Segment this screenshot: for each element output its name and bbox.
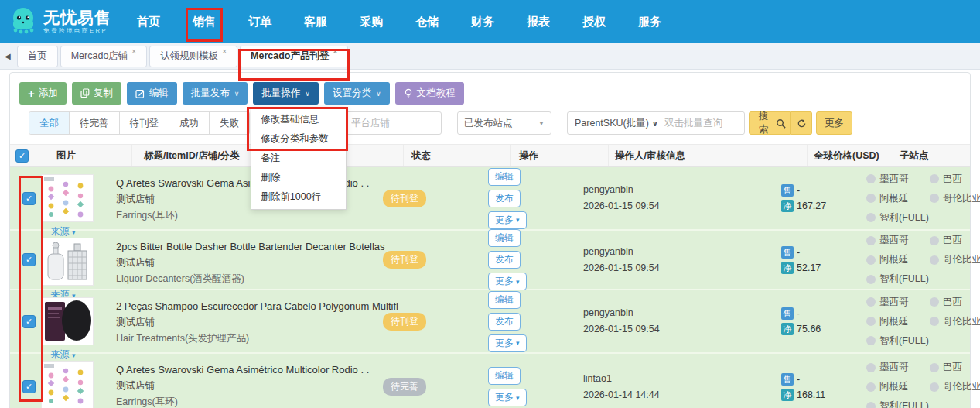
col-header-operator: 操作人/审核信息 [608, 145, 807, 166]
published-site-select[interactable]: 已发布站点 ▼ [457, 111, 551, 135]
subsite-option[interactable]: 智利(FULL) [866, 273, 930, 286]
row-checkbox[interactable] [22, 192, 36, 205]
edit-button-toolbar[interactable]: 编辑 [127, 82, 177, 105]
publish-button[interactable]: 发布 [488, 313, 521, 331]
operator-name: pengyanbin [583, 244, 775, 260]
product-title[interactable]: 2 Peças Shampoo Escurecedor Para Cabelo … [116, 298, 375, 314]
sale-price: 售- [781, 184, 857, 197]
status-badge: 待刊登 [383, 251, 426, 269]
nav-item-orders[interactable]: 订单 [232, 0, 288, 43]
copy-button[interactable]: 复制 [72, 82, 121, 105]
close-tab-icon[interactable]: × [333, 47, 337, 56]
sku-search-input[interactable] [661, 114, 744, 132]
more-button[interactable]: 更多▾ [488, 273, 527, 290]
product-image[interactable] [41, 297, 94, 345]
chevron-down-icon: ∨ [305, 90, 310, 98]
caret-down-icon: ▾ [516, 394, 520, 402]
batch-publish-button[interactable]: 批量发布 ∨ [183, 82, 248, 105]
chevron-down-icon: ∨ [652, 119, 658, 128]
menu-item-edit-basic-info[interactable]: 修改基础信息 [251, 110, 346, 129]
subsite-option[interactable]: 哥伦比亚 [930, 315, 980, 328]
subsite-option[interactable]: 巴西 [930, 173, 980, 186]
nav-item-finance[interactable]: 财务 [455, 0, 510, 43]
row-checkbox[interactable] [22, 253, 36, 266]
subsite-option[interactable]: 哥伦比亚 [930, 253, 980, 266]
batch-operate-button[interactable]: 批量操作 ∨ [253, 82, 319, 105]
tab-claim-rule-template[interactable]: 认领规则模板 × [149, 46, 237, 67]
nav-item-sales[interactable]: 销售 [176, 0, 232, 43]
nav-item-home[interactable]: 首页 [121, 0, 176, 43]
publish-button[interactable]: 发布 [488, 190, 521, 207]
more-button[interactable]: 更多▾ [488, 211, 527, 229]
subsite-option[interactable]: 巴西 [930, 361, 980, 374]
filter-tab-pending-complete[interactable]: 待完善 [69, 112, 119, 134]
tabs-scroll-left-icon[interactable]: ◀ [5, 52, 11, 60]
subsite-option[interactable]: 阿根廷 [866, 253, 930, 266]
brand-logo[interactable]: 无忧易售 免费跨境电商ERP [8, 5, 111, 38]
menu-item-delete[interactable]: 删除 [251, 168, 346, 187]
sku-field-select[interactable]: ParentSKU(批量) ∨ [568, 117, 661, 130]
product-image[interactable] [41, 238, 94, 286]
radio-icon [930, 255, 939, 265]
subsite-option[interactable]: 墨西哥 [866, 361, 930, 374]
subsite-option[interactable]: 智利(FULL) [866, 211, 930, 225]
earrings-product-image [42, 362, 93, 408]
subsite-option[interactable]: 阿根廷 [866, 315, 930, 328]
subsite-option[interactable]: 巴西 [930, 296, 980, 309]
edit-button[interactable]: 编辑 [488, 367, 521, 385]
more-filters-button[interactable]: 更多 [816, 111, 852, 135]
subsite-option[interactable]: 阿根廷 [866, 192, 930, 205]
product-image[interactable] [41, 361, 94, 408]
filter-tab-success[interactable]: 成功 [169, 112, 209, 134]
subsite-option[interactable]: 智利(FULL) [866, 399, 930, 408]
search-button[interactable]: 搜索 [749, 111, 791, 135]
subsite-option[interactable]: 巴西 [930, 234, 980, 247]
product-title[interactable]: 2pcs Bitter Bottle Dasher Bottle Bartend… [116, 238, 375, 255]
subsite-option[interactable]: 阿根廷 [866, 380, 930, 393]
row-checkbox[interactable] [22, 380, 36, 393]
edit-button[interactable]: 编辑 [488, 229, 521, 247]
close-tab-icon[interactable]: × [131, 47, 136, 56]
platform-shop-input[interactable] [344, 111, 442, 135]
nav-item-sales-label: 销售 [193, 15, 216, 29]
menu-item-remark[interactable]: 备注 [251, 149, 346, 168]
earrings-product-image [42, 175, 93, 221]
operate-time: 2026-01-15 09:54 [583, 198, 775, 214]
subsite-option[interactable]: 哥伦比亚 [930, 380, 980, 393]
filter-tab-failed[interactable]: 失败 [209, 112, 249, 134]
radio-icon [930, 174, 939, 183]
subsite-option[interactable]: 智利(FULL) [866, 334, 930, 348]
nav-item-warehouse[interactable]: 仓储 [399, 0, 455, 43]
doc-tutorial-button[interactable]: 文档教程 [395, 82, 464, 105]
filter-tab-pending-publish[interactable]: 待刊登 [119, 112, 169, 134]
nav-item-customer-service[interactable]: 客服 [288, 0, 343, 43]
close-tab-icon[interactable]: × [222, 47, 227, 56]
nav-item-reports[interactable]: 报表 [510, 0, 566, 43]
filter-tab-all[interactable]: 全部 [29, 112, 69, 134]
more-button[interactable]: 更多▾ [488, 334, 527, 352]
nav-item-authorization[interactable]: 授权 [566, 0, 622, 43]
nav-item-services[interactable]: 服务 [622, 0, 678, 43]
product-title[interactable]: Q Aretes Swarovski Gema Asimétrico Multi… [116, 362, 375, 378]
edit-button[interactable]: 编辑 [488, 291, 521, 309]
subsite-option[interactable]: 哥伦比亚 [930, 192, 980, 205]
select-all-checkbox[interactable] [15, 149, 29, 163]
publish-button[interactable]: 发布 [488, 251, 521, 269]
tab-mercado-listing[interactable]: Mercado产品刊登 × [240, 46, 348, 67]
subsite-option[interactable]: 墨西哥 [866, 234, 930, 247]
refresh-button[interactable] [791, 111, 812, 135]
menu-item-edit-category-params[interactable]: 修改分类和参数 [251, 129, 346, 149]
edit-button[interactable]: 编辑 [488, 168, 521, 186]
set-category-button[interactable]: 设置分类 ∨ [324, 82, 390, 105]
tab-home[interactable]: 首页 [17, 46, 58, 67]
subsite-option[interactable]: 墨西哥 [866, 296, 930, 309]
menu-item-delete-first-1000[interactable]: 删除前1000行 [251, 187, 346, 207]
subsite-option[interactable]: 墨西哥 [866, 173, 930, 186]
product-image[interactable] [41, 174, 94, 222]
row-checkbox[interactable] [22, 315, 36, 328]
nav-item-purchasing[interactable]: 采购 [343, 0, 399, 43]
tab-mercado-shop[interactable]: Mercado店铺 × [60, 46, 147, 67]
net-badge: 净 [781, 323, 794, 335]
more-button[interactable]: 更多▾ [488, 389, 527, 406]
add-button[interactable]: + 添加 [19, 82, 67, 105]
